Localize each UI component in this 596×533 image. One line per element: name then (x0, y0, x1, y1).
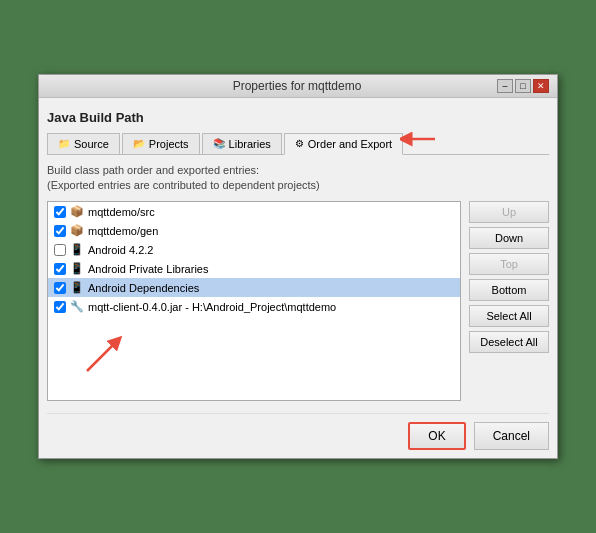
projects-tab-label: Projects (149, 138, 189, 150)
item3-checkbox[interactable] (54, 244, 66, 256)
title-bar: Properties for mqttdemo – □ ✕ (39, 75, 557, 98)
bottom-button[interactable]: Bottom (469, 279, 549, 301)
tab-source[interactable]: 📁 Source (47, 133, 120, 154)
item1-checkbox[interactable] (54, 206, 66, 218)
item5-text: Android Dependencies (88, 282, 199, 294)
properties-dialog: Properties for mqttdemo – □ ✕ Java Build… (38, 74, 558, 460)
item3-text: Android 4.2.2 (88, 244, 153, 256)
item4-text: Android Private Libraries (88, 263, 208, 275)
item2-icon: 📦 (70, 224, 84, 237)
libraries-tab-icon: 📚 (213, 138, 225, 149)
window-title: Properties for mqttdemo (97, 79, 497, 93)
deselect-all-button[interactable]: Deselect All (469, 331, 549, 353)
source-tab-icon: 📁 (58, 138, 70, 149)
item2-checkbox[interactable] (54, 225, 66, 237)
classpath-list: 📦 mqttdemo/src 📦 mqttdemo/gen 📱 Android … (47, 201, 461, 401)
tab-bar: 📁 Source 📂 Projects 📚 Libraries ⚙ Order … (47, 133, 549, 155)
list-item[interactable]: 📦 mqttdemo/src (48, 202, 460, 221)
main-area: 📦 mqttdemo/src 📦 mqttdemo/gen 📱 Android … (47, 201, 549, 401)
item1-text: mqttdemo/src (88, 206, 155, 218)
item6-checkbox[interactable] (54, 301, 66, 313)
item4-checkbox[interactable] (54, 263, 66, 275)
list-item[interactable]: 📱 Android 4.2.2 (48, 240, 460, 259)
close-button[interactable]: ✕ (533, 79, 549, 93)
action-buttons: Up Down Top Bottom Select All Deselect A… (469, 201, 549, 401)
description-line1: Build class path order and exported entr… (47, 163, 549, 178)
tab-projects[interactable]: 📂 Projects (122, 133, 200, 154)
list-item[interactable]: 📱 Android Private Libraries (48, 259, 460, 278)
libraries-tab-label: Libraries (229, 138, 271, 150)
item3-icon: 📱 (70, 243, 84, 256)
item2-text: mqttdemo/gen (88, 225, 158, 237)
dialog-content: Java Build Path 📁 Source 📂 Projects 📚 Li… (39, 98, 557, 459)
projects-tab-icon: 📂 (133, 138, 145, 149)
item6-text: mqtt-client-0.4.0.jar - H:\Android_Proje… (88, 301, 336, 313)
top-button[interactable]: Top (469, 253, 549, 275)
description: Build class path order and exported entr… (47, 163, 549, 194)
tab-libraries[interactable]: 📚 Libraries (202, 133, 282, 154)
up-button[interactable]: Up (469, 201, 549, 223)
item5-checkbox[interactable] (54, 282, 66, 294)
list-item[interactable]: 📦 mqttdemo/gen (48, 221, 460, 240)
list-item[interactable]: 🔧 mqtt-client-0.4.0.jar - H:\Android_Pro… (48, 297, 460, 316)
order-export-tab-label: Order and Export (308, 138, 392, 150)
ok-button[interactable]: OK (408, 422, 465, 450)
down-button[interactable]: Down (469, 227, 549, 249)
footer-buttons: OK Cancel (47, 413, 549, 450)
minimize-button[interactable]: – (497, 79, 513, 93)
select-all-button[interactable]: Select All (469, 305, 549, 327)
item6-icon: 🔧 (70, 300, 84, 313)
item4-icon: 📱 (70, 262, 84, 275)
source-tab-label: Source (74, 138, 109, 150)
list-item[interactable]: 📱 Android Dependencies (48, 278, 460, 297)
description-line2: (Exported entries are contributed to dep… (47, 178, 549, 193)
maximize-button[interactable]: □ (515, 79, 531, 93)
cancel-button[interactable]: Cancel (474, 422, 549, 450)
tab-order-and-export[interactable]: ⚙ Order and Export (284, 133, 403, 155)
item5-icon: 📱 (70, 281, 84, 294)
item1-icon: 📦 (70, 205, 84, 218)
title-bar-controls: – □ ✕ (497, 79, 549, 93)
order-export-tab-icon: ⚙ (295, 138, 304, 149)
section-header: Java Build Path (47, 106, 549, 133)
